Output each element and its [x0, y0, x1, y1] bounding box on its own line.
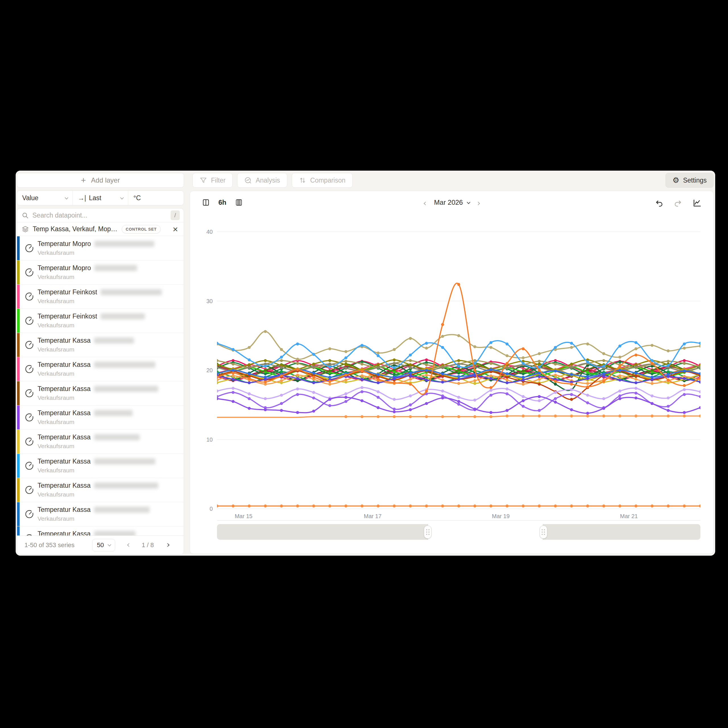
control-set-label: Temp Kassa, Verkauf, Mopro, Feink...	[33, 225, 118, 233]
funnel-icon	[200, 177, 207, 184]
next-page-button[interactable]	[166, 544, 169, 546]
aggregation-select[interactable]: →| Last	[73, 191, 128, 205]
search-icon	[21, 212, 29, 219]
gauge-icon	[24, 461, 34, 471]
close-icon[interactable]: ×	[171, 225, 180, 234]
time-range-slider[interactable]	[217, 524, 700, 540]
plus-icon: +	[81, 176, 86, 185]
y-tick-label: 10	[192, 436, 213, 443]
arrow-bar-icon: →|	[78, 194, 86, 202]
chevron-down-icon	[120, 196, 124, 199]
gauge-icon	[24, 268, 34, 277]
gauge-icon	[24, 388, 34, 398]
gauge-icon	[24, 316, 34, 326]
gauge-icon	[24, 534, 34, 535]
datapoint-title: Temperatur Feinkost	[38, 288, 181, 296]
datapoint-title: Temperatur Kassa	[38, 457, 181, 465]
list-pagination: 1-50 of 353 series 50 1 / 8	[17, 535, 184, 554]
series-color-bar	[17, 357, 20, 381]
datapoint-title: Temperatur Feinkost	[38, 312, 181, 320]
redacted-text	[101, 314, 145, 320]
redacted-text	[94, 483, 158, 489]
unit-field[interactable]: °C	[128, 191, 184, 205]
add-layer-button[interactable]: + Add layer	[17, 173, 184, 188]
redacted-text	[94, 531, 135, 535]
chevron-down-icon	[108, 543, 112, 547]
chart-series-salmon-flat	[217, 414, 700, 418]
series-color-bar	[17, 454, 20, 478]
filter-button[interactable]: Filter	[193, 173, 232, 188]
chevron-down-icon	[64, 196, 68, 199]
comparison-button[interactable]: Comparison	[292, 173, 353, 188]
list-item[interactable]: Temperatur KassaVerkaufsraum	[17, 381, 184, 405]
y-tick-label: 20	[192, 367, 213, 374]
series-color-bar	[17, 405, 20, 430]
series-color-bar	[17, 381, 20, 405]
control-set-row[interactable]: Temp Kassa, Verkauf, Mopro, Feink... CON…	[17, 222, 184, 236]
datapoint-panel: Search datapoint... / Temp Kassa, Verkau…	[17, 208, 184, 555]
analysis-button[interactable]: Analysis	[237, 173, 287, 188]
datapoint-subtitle: Verkaufsraum	[38, 274, 181, 280]
chart-series-sky-blue	[217, 341, 700, 369]
chart-series-khaki	[217, 330, 700, 361]
slider-selection[interactable]	[428, 524, 543, 540]
list-item[interactable]: Temperatur MoproVerkaufsraum	[17, 260, 184, 284]
search-placeholder: Search datapoint...	[32, 211, 87, 219]
list-item[interactable]: Temperatur FeinkostVerkaufsraum	[17, 309, 184, 333]
redacted-text	[94, 386, 158, 392]
series-color-bar	[17, 260, 20, 284]
datapoint-title: Temperatur Mopro	[38, 264, 181, 272]
series-count: 1-50 of 353 series	[24, 541, 75, 549]
datapoint-subtitle: Verkaufsraum	[38, 370, 181, 377]
layers-icon	[21, 225, 29, 233]
y-tick-label: 0	[192, 506, 213, 512]
redacted-text	[94, 338, 134, 344]
chart-panel: 6h Mar 2026 010203040 Mar 15Ma	[190, 191, 714, 554]
redacted-text	[94, 362, 155, 368]
datapoint-title: Temperatur Kassa	[38, 506, 181, 514]
list-item[interactable]: Temperatur KassaVerkaufsraum	[17, 454, 184, 478]
series-color-bar	[17, 502, 20, 526]
list-item[interactable]: Temperatur KassaVerkaufsraum	[17, 405, 184, 430]
datapoint-subtitle: Verkaufsraum	[38, 419, 181, 425]
prev-page-button[interactable]	[128, 544, 130, 546]
chart-series-orange-floor	[217, 505, 700, 507]
redacted-text	[94, 507, 150, 513]
list-item[interactable]: Temperatur KassaVerkaufsraum	[17, 430, 184, 454]
list-item[interactable]: Temperatur KassaVerkaufsraum	[17, 502, 184, 526]
list-item[interactable]: Temperatur KassaVerkaufsraum	[17, 333, 184, 357]
search-input[interactable]: Search datapoint... /	[17, 208, 184, 222]
slider-left-handle[interactable]	[424, 526, 432, 538]
datapoint-subtitle: Verkaufsraum	[38, 395, 181, 401]
list-item[interactable]: Temperatur KassaVerkaufsraum	[17, 526, 184, 535]
gauge-icon	[24, 340, 34, 350]
slider-right-handle[interactable]	[540, 526, 547, 538]
list-item[interactable]: Temperatur MoproVerkaufsraum	[17, 236, 184, 260]
datapoint-subtitle: Verkaufsraum	[38, 298, 181, 304]
add-layer-label: Add layer	[91, 176, 120, 184]
series-color-bar	[17, 236, 20, 260]
datapoint-title: Temperatur Kassa	[38, 482, 181, 489]
datapoint-title: Temperatur Kassa	[38, 433, 181, 441]
gauge-icon	[24, 485, 34, 495]
datapoint-title: Temperatur Kassa	[38, 337, 181, 344]
datapoint-subtitle: Verkaufsraum	[38, 249, 181, 256]
list-item[interactable]: Temperatur KassaVerkaufsraum	[17, 478, 184, 502]
gauge-icon	[24, 292, 34, 301]
chart-svg	[217, 191, 700, 521]
datapoint-title: Temperatur Mopro	[38, 240, 181, 248]
list-item[interactable]: Temperatur KassaVerkaufsraum	[17, 357, 184, 381]
datapoint-title: Temperatur Kassa	[38, 385, 181, 393]
datapoint-subtitle: Verkaufsraum	[38, 467, 181, 474]
split-columns-icon[interactable]	[202, 199, 210, 206]
settings-button[interactable]: ⚙ Settings	[665, 173, 714, 188]
series-color-bar	[17, 333, 20, 357]
y-tick-label: 30	[192, 298, 213, 304]
page-size-select[interactable]: 50	[92, 539, 115, 551]
redacted-text	[101, 289, 162, 295]
value-select[interactable]: Value	[17, 191, 73, 205]
redacted-text	[94, 410, 133, 416]
datapoint-list: Temperatur MoproVerkaufsraumTemperatur M…	[17, 236, 184, 535]
y-tick-label: 40	[192, 229, 213, 235]
list-item[interactable]: Temperatur FeinkostVerkaufsraum	[17, 284, 184, 309]
